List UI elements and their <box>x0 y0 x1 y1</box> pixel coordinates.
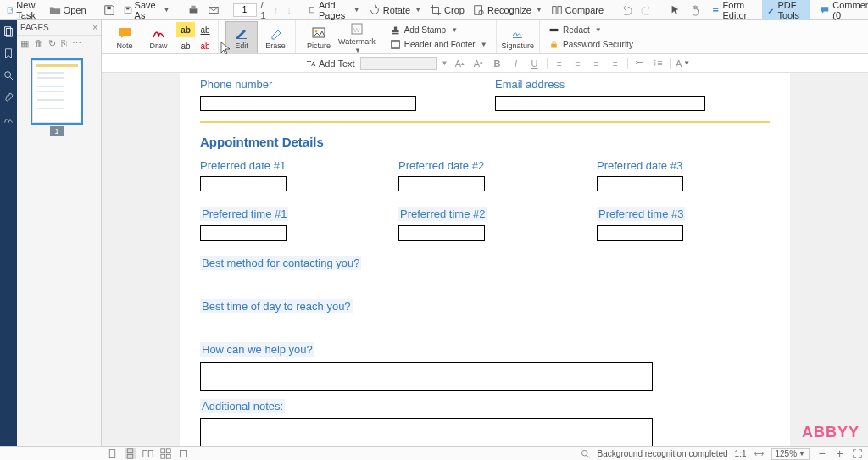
svg-rect-26 <box>513 37 522 38</box>
font-select[interactable] <box>360 57 437 70</box>
font-color-button[interactable]: A▼ <box>676 57 690 70</box>
more-icon[interactable]: ⋯ <box>72 38 81 49</box>
fit-width-icon[interactable] <box>754 448 765 459</box>
page-thumbnail[interactable]: 1 <box>31 58 83 125</box>
highlight-button[interactable]: ab <box>176 22 195 37</box>
list-bullet-button[interactable]: ⁝≡ <box>652 57 665 70</box>
pages-rail-icon[interactable] <box>3 25 14 37</box>
draw-button[interactable]: Draw <box>142 21 175 53</box>
form-editor-button[interactable]: Form Editor <box>707 0 757 23</box>
add-pages-button[interactable]: Add Pages▼ <box>305 0 364 22</box>
italic-button[interactable]: I <box>509 57 523 70</box>
page-down-button[interactable]: ↓ <box>283 3 295 17</box>
view-continuous-icon[interactable] <box>125 448 136 459</box>
recognize-button[interactable]: Recognize▼ <box>470 3 546 18</box>
ptime3-input[interactable] <box>597 225 683 241</box>
compare-button[interactable]: Compare <box>548 3 607 18</box>
add-text-button[interactable]: TAAdd Text <box>305 58 355 69</box>
search-rail-icon[interactable] <box>3 69 14 81</box>
zoom-in-button[interactable]: + <box>834 448 845 459</box>
document-workspace[interactable]: Phone number Email address Appointment D… <box>102 73 868 446</box>
mail-button[interactable] <box>204 3 223 18</box>
rotate-page-icon[interactable]: ↻ <box>48 38 56 49</box>
add-page-icon[interactable]: ▦ <box>20 38 29 49</box>
save-icon <box>103 4 115 16</box>
view-two-continuous-icon[interactable] <box>160 448 171 459</box>
redo-button[interactable] <box>637 3 656 18</box>
align-center-button[interactable]: ≡ <box>571 57 585 70</box>
open-button[interactable]: Open <box>46 3 90 18</box>
scale-label[interactable]: 1:1 <box>735 449 747 458</box>
underline-text-button[interactable]: U <box>528 57 542 70</box>
erase-label: Erase <box>265 42 286 50</box>
view-fit-icon[interactable] <box>178 448 189 459</box>
attachments-rail-icon[interactable] <box>3 91 14 103</box>
left-rail <box>0 20 17 446</box>
rotate-button[interactable]: Rotate▼ <box>365 3 425 18</box>
email-input[interactable] <box>495 96 705 111</box>
pdf-tools-button[interactable]: PDF Tools <box>762 0 810 23</box>
pdate1-input[interactable] <box>200 176 287 191</box>
page-number-input[interactable] <box>233 3 257 17</box>
password-button[interactable]: Password Security <box>546 38 636 51</box>
undo-button[interactable] <box>617 3 636 18</box>
signatures-rail-icon[interactable] <box>3 114 14 125</box>
ptime2-input[interactable] <box>398 225 485 241</box>
help-input[interactable] <box>200 362 653 391</box>
recognize-page-icon[interactable]: ⎘ <box>61 38 67 49</box>
page-total-label: / 1 <box>261 0 266 20</box>
align-right-button[interactable]: ≡ <box>590 57 604 70</box>
pointer-button[interactable] <box>666 3 685 18</box>
watermark-button[interactable]: WWatermark▼ <box>337 21 377 53</box>
comments-button[interactable]: Comments (0 <box>815 0 868 23</box>
recognize-icon <box>473 4 485 16</box>
pdate2-input[interactable] <box>398 176 485 191</box>
hand-button[interactable] <box>687 3 705 18</box>
signature-button[interactable]: Signature <box>500 21 537 53</box>
notes-input[interactable] <box>200 418 653 446</box>
erase-button[interactable]: Erase <box>259 21 292 53</box>
delete-page-icon[interactable]: 🗑 <box>34 38 43 49</box>
note-button[interactable]: Note <box>108 21 141 53</box>
save-as-button[interactable]: Save As▼ <box>120 0 174 22</box>
header-footer-button[interactable]: Header and Footer▼ <box>387 38 490 51</box>
zoom-value[interactable]: 125%▼ <box>771 448 810 460</box>
bookmarks-rail-icon[interactable] <box>3 47 14 59</box>
note-label: Note <box>116 42 132 50</box>
notes-label: Additional notes: <box>200 399 285 413</box>
page-up-button[interactable]: ↑ <box>270 3 282 17</box>
inc-font-button[interactable]: A▴ <box>453 57 467 70</box>
strike-button[interactable]: ab <box>176 38 195 53</box>
svg-rect-24 <box>391 40 399 42</box>
pdate2-label: Preferred date #2 <box>398 159 571 172</box>
phone-input[interactable] <box>200 96 416 111</box>
new-task-button[interactable]: + New Task <box>3 0 44 22</box>
align-left-button[interactable]: ≡ <box>553 57 566 70</box>
pages-panel-close-icon[interactable]: × <box>92 23 97 32</box>
edit-button[interactable]: Edit <box>225 21 258 53</box>
picture-button[interactable]: Picture <box>303 21 335 53</box>
align-justify-button[interactable]: ≡ <box>609 57 622 70</box>
view-two-page-icon[interactable] <box>142 448 153 459</box>
view-single-icon[interactable] <box>107 448 118 459</box>
redo-icon <box>641 4 653 16</box>
dec-font-button[interactable]: A▾ <box>472 57 486 70</box>
redact-button[interactable]: Redact▼ <box>546 24 636 36</box>
save-button[interactable] <box>100 3 119 18</box>
add-stamp-button[interactable]: Add Stamp▼ <box>387 24 490 36</box>
list-num-button[interactable]: ≔ <box>633 57 647 70</box>
strike-red-button[interactable]: ab <box>196 38 214 53</box>
strike-red-icon: ab <box>200 42 209 51</box>
underline-button[interactable]: ab <box>196 22 214 37</box>
pdate3-input[interactable] <box>597 176 683 191</box>
svg-point-19 <box>315 30 318 32</box>
note-icon <box>117 25 132 41</box>
zoom-out-button[interactable]: − <box>816 448 827 459</box>
bold-button[interactable]: B <box>491 57 504 70</box>
fullscreen-icon[interactable] <box>852 448 863 459</box>
ribbon-toolbar: Note Draw ab ab ab ab Edit Erase Picture… <box>102 20 868 54</box>
ptime3-label: Preferred time #3 <box>597 207 685 221</box>
print-button[interactable] <box>184 3 203 18</box>
ptime1-input[interactable] <box>200 225 287 241</box>
crop-button[interactable]: Crop <box>426 3 468 18</box>
